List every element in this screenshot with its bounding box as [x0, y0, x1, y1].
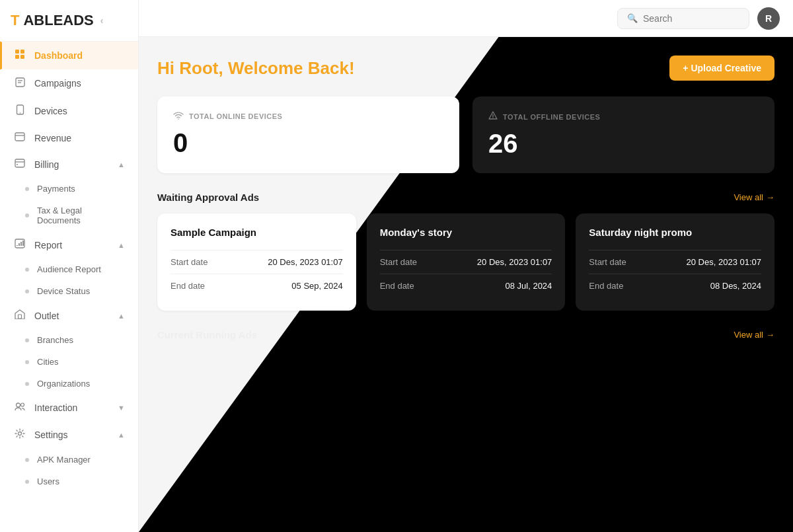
greeting-prefix: Hi	[157, 58, 179, 78]
sidebar-sub-label-audience: Audience Report	[37, 264, 101, 274]
audience-dot	[25, 268, 29, 272]
logo-rest: ABLEADS	[23, 12, 93, 29]
sidebar-sub-device-status[interactable]: Device Status	[0, 280, 138, 302]
stat-offline-label-row: TOTAL OFFLINE DEVICES	[488, 111, 759, 122]
current-running-header: Current Running Ads View all →	[157, 329, 774, 340]
current-view-all-arrow: →	[766, 330, 774, 340]
current-view-all-label: View all	[734, 330, 763, 340]
ad-end-label-0: End date	[170, 281, 205, 291]
stat-online-label: TOTAL ONLINE DEVICES	[189, 112, 282, 120]
wifi-icon	[173, 111, 184, 122]
ad-start-label-0: Start date	[170, 257, 208, 267]
sidebar-item-report[interactable]: Report ▲	[0, 231, 138, 258]
search-input[interactable]	[643, 13, 739, 24]
sidebar-sub-users[interactable]: Users	[0, 471, 138, 492]
ad-row-end-2: End date 08 Des, 2024	[589, 274, 761, 297]
ad-end-label-1: End date	[380, 281, 414, 291]
sidebar-sub-tax[interactable]: Tax & Legal Documents	[0, 200, 138, 231]
device-status-dot	[25, 289, 29, 293]
sidebar-item-billing[interactable]: Billing ▲	[0, 151, 138, 178]
content-area: Hi Root, Welcome Back! + Upload Creative…	[139, 37, 793, 532]
sidebar-label-revenue: Revenue	[34, 133, 125, 143]
ad-card-1-title: Monday's story	[380, 227, 552, 238]
billing-chevron: ▲	[118, 161, 125, 169]
stat-card-online: TOTAL ONLINE DEVICES 0	[157, 96, 459, 173]
sidebar-label-billing: Billing	[34, 159, 110, 170]
sidebar-sub-cities[interactable]: Cities	[0, 351, 138, 373]
ad-row-start-2: Start date 20 Des, 2023 01:07	[589, 250, 761, 274]
svg-point-20	[17, 403, 20, 407]
sidebar-item-outlet[interactable]: Outlet ▲	[0, 302, 138, 329]
ad-card-0: Sample Campaign Start date 20 Des, 2023 …	[157, 213, 356, 311]
warning-icon	[488, 111, 498, 122]
sidebar-sub-audience[interactable]: Audience Report	[0, 258, 138, 280]
sidebar-sub-organizations[interactable]: Organizations	[0, 373, 138, 395]
revenue-icon	[13, 132, 26, 144]
greeting-username: Root	[179, 58, 218, 78]
payments-dot	[25, 187, 29, 191]
main-content: 🔍 R Hi Root, Welcome Back! + Upload Crea…	[139, 0, 793, 532]
sidebar-item-devices[interactable]: Devices	[0, 97, 138, 125]
sidebar-sub-payments[interactable]: Payments	[0, 178, 138, 200]
waiting-approval-title: Waiting Approval Ads	[157, 192, 259, 203]
settings-icon	[13, 428, 26, 441]
svg-rect-2	[15, 55, 19, 59]
waiting-approval-section: Waiting Approval Ads View all → Sample C…	[157, 192, 774, 311]
sidebar-label-settings: Settings	[34, 430, 110, 440]
report-icon	[13, 239, 26, 251]
search-box[interactable]: 🔍	[617, 8, 749, 29]
ad-end-value-1: 08 Jul, 2024	[506, 281, 552, 291]
avatar[interactable]: R	[757, 7, 780, 30]
svg-rect-3	[20, 55, 24, 59]
billing-icon	[13, 159, 26, 171]
current-running-view-all[interactable]: View all →	[734, 330, 774, 340]
sidebar-label-outlet: Outlet	[34, 311, 110, 321]
svg-rect-9	[15, 133, 24, 141]
organizations-dot	[25, 382, 29, 386]
stat-offline-label: TOTAL OFFLINE DEVICES	[503, 113, 600, 121]
ad-start-label-1: Start date	[380, 257, 417, 267]
sidebar-item-revenue[interactable]: Revenue	[0, 125, 138, 151]
sidebar-item-campaigns[interactable]: Campaigns	[0, 69, 138, 97]
dashboard-icon	[13, 49, 26, 62]
page-header: Hi Root, Welcome Back! + Upload Creative	[157, 56, 774, 81]
svg-point-22	[19, 432, 22, 436]
waiting-approval-header: Waiting Approval Ads View all →	[157, 192, 774, 203]
branches-dot	[25, 338, 29, 342]
sidebar-sub-label-tax: Tax & Legal Documents	[37, 206, 125, 225]
sidebar-sub-label-device-status: Device Status	[37, 286, 90, 296]
sidebar-sub-apk[interactable]: APK Manager	[0, 449, 138, 471]
devices-icon	[13, 104, 26, 118]
upload-creative-button[interactable]: + Upload Creative	[669, 56, 774, 81]
logo-t: T	[11, 12, 19, 29]
current-running-section: Current Running Ads View all →	[157, 329, 774, 340]
stat-online-value: 0	[173, 128, 443, 158]
ad-start-value-1: 20 Des, 2023 01:07	[477, 257, 552, 267]
sidebar-item-interaction[interactable]: Interaction ▼	[0, 395, 138, 421]
svg-point-23	[178, 118, 179, 120]
sidebar-sub-label-organizations: Organizations	[37, 379, 90, 389]
svg-point-8	[19, 112, 20, 114]
cities-dot	[25, 360, 29, 364]
svg-point-21	[21, 403, 24, 406]
sidebar-sub-label-apk: APK Manager	[37, 455, 91, 465]
stat-offline-value: 26	[488, 129, 759, 159]
sidebar-item-settings[interactable]: Settings ▲	[0, 421, 138, 449]
ad-end-label-2: End date	[589, 281, 623, 291]
sidebar-label-campaigns: Campaigns	[34, 78, 125, 89]
sidebar-sub-branches[interactable]: Branches	[0, 329, 138, 351]
logo[interactable]: TABLEADS ‹	[0, 0, 138, 42]
stats-row: TOTAL ONLINE DEVICES 0 TOTAL OFFLINE DEV…	[157, 96, 774, 173]
apk-dot	[25, 458, 29, 462]
campaigns-icon	[13, 77, 26, 90]
sidebar-label-devices: Devices	[34, 106, 125, 116]
waiting-approval-view-all[interactable]: View all →	[734, 192, 774, 202]
stat-card-offline: TOTAL OFFLINE DEVICES 26	[472, 96, 774, 173]
ad-row-end-1: End date 08 Jul, 2024	[380, 274, 552, 297]
svg-rect-19	[19, 315, 22, 319]
search-icon: 🔍	[627, 13, 638, 23]
sidebar-item-dashboard[interactable]: Dashboard	[0, 42, 138, 69]
tax-dot	[25, 213, 29, 217]
sidebar-sub-label-branches: Branches	[37, 335, 73, 345]
ad-card-2: Saturday night promo Start date 20 Des, …	[576, 213, 774, 311]
